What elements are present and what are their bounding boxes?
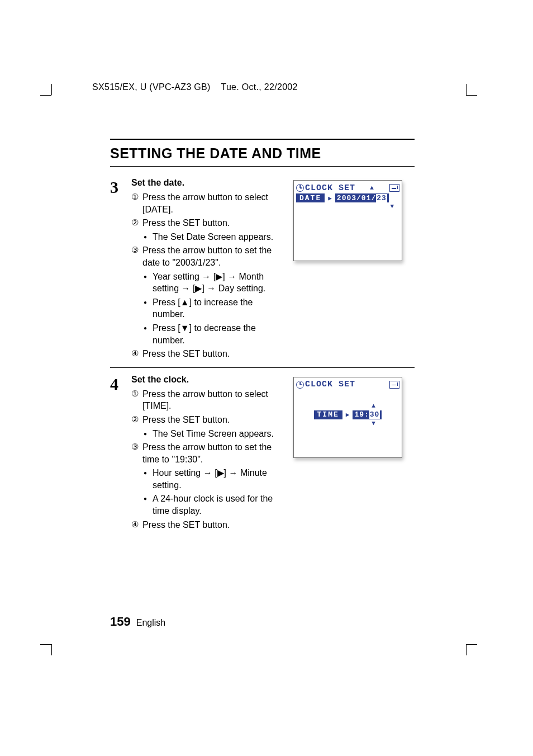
- bullet-icon: ●: [144, 493, 153, 517]
- lcd-date-illustration: CLOCK SET ▲ DATE ▶ 2003/01/23 ▼: [293, 180, 402, 261]
- circled-2-icon: ②: [131, 217, 142, 229]
- bullet-icon: ●: [144, 231, 153, 243]
- step-3-sub-2a: The Set Date Screen appears.: [153, 231, 285, 243]
- step-3: 3 Set the date. ①Press the arrow button …: [110, 178, 415, 362]
- play-icon: ▶: [346, 411, 350, 418]
- step-3-sub-2: Press the SET button.: [142, 217, 285, 229]
- step-3-title: Set the date.: [131, 178, 285, 188]
- clock-icon: [296, 381, 304, 389]
- up-arrow-icon: ▲: [348, 403, 399, 409]
- step-4-sub-1: Press the arrow button to select [TIME].: [142, 388, 285, 412]
- return-icon: [389, 381, 399, 389]
- step-3-sub-3: Press the arrow button to set the date t…: [142, 244, 285, 268]
- clock-icon: [296, 184, 304, 192]
- step-4-sub-4: Press the SET button.: [142, 519, 285, 531]
- step-4-sub-3: Press the arrow button to set the time t…: [142, 441, 285, 465]
- bullet-icon: ●: [144, 271, 153, 295]
- down-arrow-icon: ▼: [348, 420, 399, 427]
- bullet-icon: ●: [144, 296, 153, 320]
- step-3-sub-3a: Year setting → [▶] → Month setting → [▶]…: [153, 271, 285, 295]
- circled-1-icon: ①: [131, 388, 142, 412]
- step-4-sub-3b: A 24-hour clock is used for the time dis…: [153, 493, 285, 517]
- circled-3-icon: ③: [131, 244, 142, 268]
- lcd-year-month: 2003/01/23: [335, 193, 389, 202]
- page-title: SETTING THE DATE AND TIME: [110, 145, 415, 162]
- step-4-sub-2a: The Set Time Screen appears.: [153, 428, 285, 440]
- lcd-time-label: TIME: [314, 410, 342, 419]
- step-4-sub-2: Press the SET button.: [142, 414, 285, 426]
- print-date: Tue. Oct., 22/2002: [221, 82, 297, 92]
- page-number: 159: [110, 615, 131, 629]
- lcd-hour: 19:30: [353, 410, 382, 419]
- bullet-icon: ●: [144, 467, 153, 491]
- step-4-title: Set the clock.: [131, 375, 285, 385]
- lcd-day-highlight: 23: [376, 194, 387, 202]
- crop-mark-bl: [40, 633, 63, 655]
- up-arrow-icon: ▲: [370, 185, 374, 191]
- main-content: SETTING THE DATE AND TIME 3 Set the date…: [110, 139, 415, 536]
- page-footer: 159 English: [110, 615, 165, 629]
- print-header: SX515/EX, U (VPC-AZ3 GB) Tue. Oct., 22/2…: [92, 82, 298, 92]
- play-icon: ▶: [328, 195, 332, 202]
- crop-mark-tl: [40, 84, 63, 106]
- bullet-icon: ●: [144, 322, 153, 346]
- lcd-title: CLOCK SET: [305, 380, 355, 389]
- lcd-title: CLOCK SET: [305, 183, 355, 193]
- return-icon: [389, 184, 399, 192]
- step-4-sub-3a: Hour setting → [▶] → Minute setting.: [153, 467, 285, 491]
- page-language: English: [136, 618, 165, 628]
- title-bottom-rule: [110, 166, 415, 167]
- bullet-icon: ●: [144, 428, 153, 440]
- title-top-rule: [110, 139, 415, 140]
- separator-rule: [110, 367, 415, 368]
- circled-2-icon: ②: [131, 414, 142, 426]
- crop-mark-br: [455, 633, 477, 655]
- lcd-minute-highlight: 30: [369, 410, 380, 419]
- circled-3-icon: ③: [131, 441, 142, 465]
- down-arrow-icon: ▼: [296, 203, 399, 210]
- step-number-4: 4: [110, 375, 131, 533]
- step-number-3: 3: [110, 178, 131, 362]
- circled-4-icon: ④: [131, 348, 142, 360]
- step-3-sub-4: Press the SET button.: [142, 348, 285, 360]
- crop-mark-tr: [455, 84, 477, 106]
- step-3-sub-1: Press the arrow button to select [DATE].: [142, 191, 285, 215]
- lcd-time-illustration: CLOCK SET ▲ TIME ▶ 19:30 ▼: [293, 377, 402, 458]
- circled-4-icon: ④: [131, 519, 142, 531]
- circled-1-icon: ①: [131, 191, 142, 215]
- step-3-sub-3b: Press [▲] to increase the number.: [153, 296, 285, 320]
- lcd-date-label: DATE: [296, 193, 325, 202]
- step-3-sub-3c: Press [▼] to decrease the number.: [153, 322, 285, 346]
- step-4: 4 Set the clock. ①Press the arrow button…: [110, 375, 415, 533]
- model-id: SX515/EX, U (VPC-AZ3 GB): [92, 82, 211, 92]
